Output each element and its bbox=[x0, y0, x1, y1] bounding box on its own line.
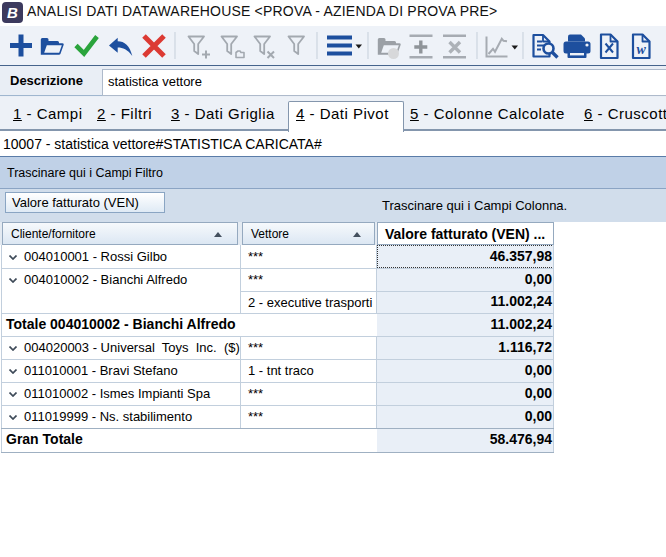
svg-text:w: w bbox=[637, 42, 647, 57]
